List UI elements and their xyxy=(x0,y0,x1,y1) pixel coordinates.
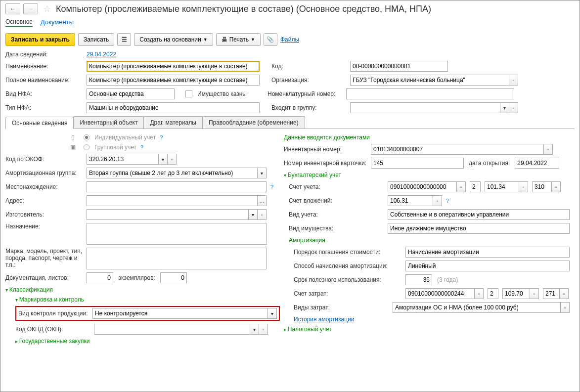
repay-input[interactable] xyxy=(405,247,570,258)
nfa-kind-input[interactable] xyxy=(87,102,260,113)
okof-dropdown[interactable]: ▾ xyxy=(159,154,168,165)
topnav-main[interactable]: Основное xyxy=(5,18,33,27)
cost4-input[interactable] xyxy=(543,288,560,299)
nfa-type-input[interactable] xyxy=(87,88,175,99)
a4-open[interactable]: ▫ xyxy=(552,181,561,192)
classification-section[interactable]: Классификация xyxy=(5,286,53,293)
nfa-kind-label: Тип НФА: xyxy=(5,104,85,111)
costtype-open[interactable]: ▫ xyxy=(561,302,570,313)
marking-section[interactable]: Маркировка и контроль xyxy=(15,296,84,303)
help-icon-4[interactable]: ? xyxy=(446,198,449,204)
print-button[interactable]: 🖶 Печать ▼ xyxy=(216,33,261,46)
c3-open[interactable]: ▫ xyxy=(530,288,539,299)
group-dropdown-button[interactable]: ▾ xyxy=(500,102,509,113)
card-input[interactable] xyxy=(371,158,464,169)
create-based-button[interactable]: Создать на основании ▼ xyxy=(134,33,213,46)
property-input[interactable] xyxy=(388,223,570,234)
okof-input[interactable] xyxy=(87,154,159,165)
date-value[interactable]: 29.04.2022 xyxy=(87,51,116,58)
okof-open[interactable]: ▫ xyxy=(168,154,177,165)
tab-main-info[interactable]: Основные сведения xyxy=(5,117,74,129)
control-dropdown[interactable]: ▾ xyxy=(268,308,277,319)
accounting-section[interactable]: Бухгалтерский учет xyxy=(284,172,341,178)
okpd-input[interactable] xyxy=(94,324,250,335)
name-label: Наименование: xyxy=(5,63,85,70)
help-icon[interactable]: ? xyxy=(160,134,163,140)
maker-open[interactable]: ▫ xyxy=(258,209,267,220)
favorite-icon[interactable]: ☆ xyxy=(43,3,51,14)
address-label: Адрес: xyxy=(5,197,85,204)
okpd-open[interactable]: ▫ xyxy=(259,324,268,335)
invest-input[interactable] xyxy=(388,195,433,206)
purpose-label: Назначение: xyxy=(5,223,85,230)
page-title: Компьютер (прослеживаемые комплектующие … xyxy=(56,4,431,14)
files-link[interactable]: Файлы xyxy=(280,36,299,43)
cost2-input[interactable] xyxy=(488,288,498,299)
a1-open[interactable]: ▫ xyxy=(457,181,466,192)
save-button[interactable]: Записать xyxy=(78,33,114,46)
code-input[interactable] xyxy=(350,61,448,72)
maker-input[interactable] xyxy=(87,209,249,220)
address-input[interactable] xyxy=(87,195,258,206)
model-textarea[interactable] xyxy=(87,248,267,269)
tab-inventory[interactable]: Инвентарный объект xyxy=(73,116,144,129)
save-close-button[interactable]: Записать и закрыть xyxy=(5,33,75,46)
list-icon-button[interactable]: ☰ xyxy=(117,33,131,46)
costtype-input[interactable] xyxy=(393,302,561,313)
nav-back-button[interactable]: ← xyxy=(5,3,20,14)
treasury-label: Имущество казны xyxy=(197,90,247,97)
copies-label: экземпляров: xyxy=(118,274,155,281)
acct1-input[interactable] xyxy=(388,181,457,192)
property-label: Вид имущества: xyxy=(289,225,386,232)
topnav-docs[interactable]: Документы xyxy=(41,18,74,27)
copy-icon: ▣ xyxy=(69,144,77,151)
acct2-input[interactable] xyxy=(470,181,481,192)
acct3-input[interactable] xyxy=(485,181,519,192)
inv-open2[interactable]: ▫ xyxy=(433,195,442,206)
nav-forward-button[interactable]: → xyxy=(23,3,38,14)
treasury-checkbox[interactable] xyxy=(185,90,192,97)
card-label: Номер инвентарной карточки: xyxy=(284,160,369,167)
group-radio[interactable] xyxy=(84,144,89,150)
tax-section[interactable]: Налоговый учет xyxy=(284,326,332,333)
inv-input[interactable] xyxy=(371,144,544,155)
address-more[interactable]: … xyxy=(258,195,267,206)
open-date-input[interactable] xyxy=(515,158,559,169)
accttype-input[interactable] xyxy=(388,209,570,220)
life-input[interactable] xyxy=(405,274,432,285)
gov-purchases-section[interactable]: Государственные закупки xyxy=(15,338,89,345)
name-input[interactable] xyxy=(87,61,260,72)
attach-icon-button[interactable]: 📎 xyxy=(264,33,277,46)
c1-open[interactable]: ▫ xyxy=(475,288,484,299)
group-input[interactable] xyxy=(350,102,500,113)
help-icon-3[interactable]: ? xyxy=(270,184,273,190)
group-open-button[interactable]: ▫ xyxy=(509,102,518,113)
code-label: Код: xyxy=(271,63,348,70)
inv-open[interactable]: ▫ xyxy=(544,144,553,155)
maker-dropdown[interactable]: ▾ xyxy=(249,209,258,220)
fullname-input[interactable] xyxy=(87,75,260,86)
org-input[interactable] xyxy=(350,75,509,86)
control-input[interactable] xyxy=(92,308,268,319)
individual-radio[interactable] xyxy=(84,134,89,140)
help-icon-2[interactable]: ? xyxy=(140,144,143,150)
amgroup-dropdown[interactable]: ▾ xyxy=(258,168,267,178)
docs-count-input[interactable] xyxy=(87,272,113,283)
location-input[interactable] xyxy=(87,181,267,192)
copies-count-input[interactable] xyxy=(160,272,187,283)
purpose-textarea[interactable] xyxy=(87,223,267,245)
tab-rights[interactable]: Правообладание (обременение) xyxy=(202,116,305,129)
okpd-label: Код ОКПД (ОКП): xyxy=(15,326,92,333)
amgroup-input[interactable] xyxy=(87,168,258,178)
history-link[interactable]: История амортизации xyxy=(294,316,355,323)
org-open-button[interactable]: ▫ xyxy=(509,75,518,86)
a3-open[interactable]: ▫ xyxy=(519,181,528,192)
acct4-input[interactable] xyxy=(532,181,552,192)
tab-materials[interactable]: Драг. материалы xyxy=(143,116,202,129)
cost1-input[interactable] xyxy=(405,288,475,299)
nomencl-input[interactable] xyxy=(346,88,514,99)
cost3-input[interactable] xyxy=(502,288,530,299)
c4-open[interactable]: ▫ xyxy=(560,288,569,299)
okpd-dropdown[interactable]: ▾ xyxy=(250,324,259,335)
method-input[interactable] xyxy=(405,261,570,271)
